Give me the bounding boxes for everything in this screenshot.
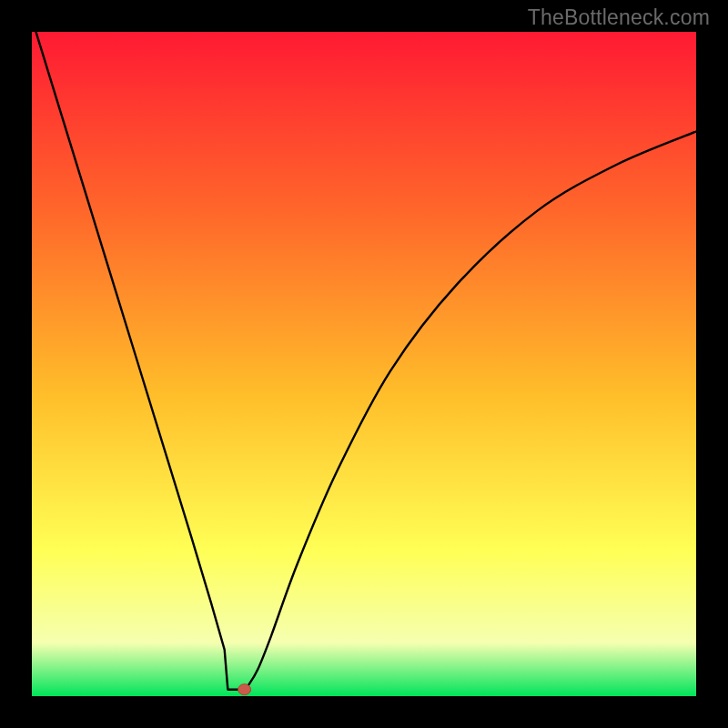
watermark-text: TheBottleneck.com (528, 5, 710, 30)
plot-area (32, 32, 696, 696)
gradient-background (32, 32, 696, 696)
chart-frame: TheBottleneck.com (0, 0, 728, 728)
bottleneck-chart (32, 32, 696, 696)
minimum-marker (238, 684, 251, 695)
